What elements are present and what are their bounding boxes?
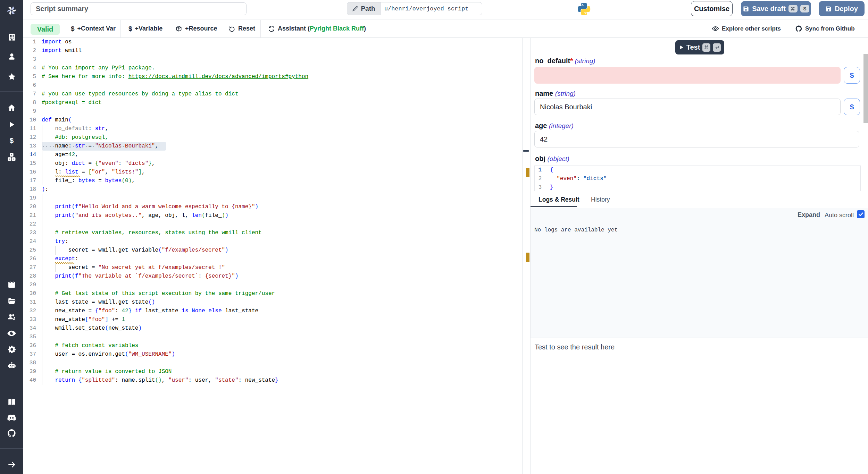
svg-text:$: $: [10, 136, 14, 144]
